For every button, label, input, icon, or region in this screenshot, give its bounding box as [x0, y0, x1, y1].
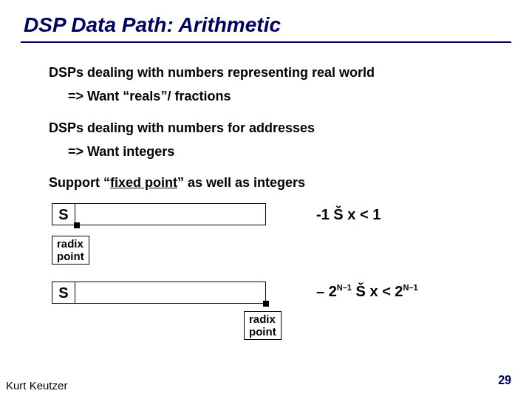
- slide-title: DSP Data Path: Arithmetic: [21, 13, 511, 37]
- radix-label-int: radix point: [244, 311, 282, 340]
- footer-author: Kurt Keutzer: [6, 379, 67, 392]
- slide: DSP Data Path: Arithmetic DSPs dealing w…: [0, 0, 532, 399]
- diagram-area: S -1 Š x < 1 radix point S radix point –…: [49, 199, 497, 354]
- para-integers-want: => Want integers: [49, 143, 497, 160]
- fixedpoint-term: fixed point: [110, 175, 177, 190]
- fixedpoint-pre: Support “: [49, 175, 110, 190]
- value-bits-int: [75, 282, 266, 304]
- range-frac: -1 Š x < 1: [316, 206, 381, 223]
- para-reals: DSPs dealing with numbers representing r…: [49, 64, 497, 81]
- para-reals-want: => Want “reals”/ fractions: [49, 87, 497, 105]
- range-int: – 2N–1 Š x < 2N–1: [316, 283, 418, 300]
- fixedpoint-post: ” as well as integers: [177, 175, 305, 190]
- radix-tick-frac: [74, 222, 80, 228]
- slide-body: DSPs dealing with numbers representing r…: [21, 64, 511, 354]
- title-rule: [21, 41, 511, 43]
- sign-bit-int: S: [52, 282, 75, 304]
- range-int-exp2: N–1: [403, 284, 418, 293]
- footer-page-number: 29: [498, 374, 511, 387]
- register-integer: S: [52, 282, 266, 304]
- range-int-exp1: N–1: [337, 284, 352, 293]
- radix-label-frac: radix point: [52, 236, 89, 265]
- range-int-pre: – 2: [316, 283, 337, 299]
- register-fractional: S: [52, 203, 266, 225]
- radix-tick-int: [263, 301, 269, 307]
- range-int-mid: Š x < 2: [352, 283, 403, 299]
- sign-bit-frac: S: [52, 203, 75, 225]
- para-addresses: DSPs dealing with numbers for addresses: [49, 119, 497, 137]
- para-fixedpoint: Support “fixed point” as well as integer…: [49, 174, 497, 191]
- value-bits-frac: [75, 203, 266, 225]
